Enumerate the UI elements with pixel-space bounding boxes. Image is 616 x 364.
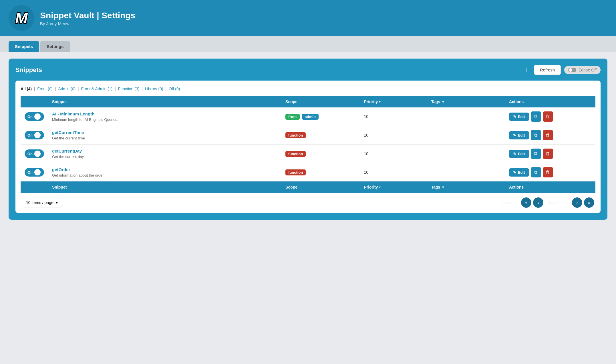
snippet-desc-1: Minimum length for AI Engine's Queries. [52, 117, 118, 122]
trash-icon-3: 🗑 [546, 151, 550, 156]
filter-library[interactable]: Library (0) [145, 87, 163, 91]
foot-col-tags: Tags ▼ [427, 181, 505, 193]
edit-button-1[interactable]: ✎ Edit [509, 113, 529, 121]
priority-cell-3: 10 [360, 145, 427, 163]
foot-col-scope: Scope [281, 181, 360, 193]
edit-button-2[interactable]: ✎ Edit [509, 131, 529, 139]
col-actions-header: Actions [505, 96, 595, 107]
tabs-bar: Snippets Settings [0, 36, 616, 52]
snippet-name-2[interactable]: getCurrentTime [52, 130, 277, 135]
badge-function-4: function [285, 169, 306, 175]
refresh-button[interactable]: Refresh [534, 65, 561, 75]
toggle-cell-4[interactable]: On [21, 163, 48, 182]
copy-icon-4: ⧉ [534, 170, 537, 175]
tab-settings[interactable]: Settings [40, 41, 70, 52]
edit-button-4[interactable]: ✎ Edit [509, 168, 529, 177]
panel: Snippets + Refresh Editor: Off All (4) |… [9, 59, 607, 220]
badge-admin-1: admin [302, 114, 319, 120]
filter-front[interactable]: Front (0) [37, 87, 53, 91]
table-foot: Snippet Scope Priority ▾ Tags ▼ Ac [21, 181, 595, 193]
toggle-knob-3 [34, 151, 41, 157]
filter-function[interactable]: Function (3) [118, 87, 140, 91]
actions-cell-3: ✎ Edit ⧉ 🗑 [505, 145, 595, 163]
foot-col-toggle [21, 181, 48, 193]
pagination: 4 results « ‹ Page 1 of 1 › » [501, 197, 594, 208]
toggle-cell-3[interactable]: On [21, 145, 48, 163]
filter-admin[interactable]: Admin (0) [58, 87, 75, 91]
priority-cell-1: 10 [360, 107, 427, 126]
app-logo: M [9, 5, 34, 31]
filter-off[interactable]: Off (0) [169, 87, 180, 91]
tags-cell-1 [427, 107, 505, 126]
scope-cell-2: function [281, 126, 360, 145]
col-snippet-header: Snippet [48, 96, 281, 107]
actions-group-3: ✎ Edit ⧉ 🗑 [509, 149, 591, 159]
tags-filter-icon[interactable]: ▼ [441, 100, 445, 104]
app-title-block: Snippet Vault | Settings By Jordy Meow [40, 10, 135, 26]
logo-icon: M [15, 11, 27, 25]
foot-col-actions: Actions [505, 181, 595, 193]
tags-cell-2 [427, 126, 505, 145]
actions-cell-4: ✎ Edit ⧉ 🗑 [505, 163, 595, 182]
next-page-button[interactable]: › [572, 197, 582, 208]
copy-button-3[interactable]: ⧉ [531, 149, 541, 159]
toggle-cell-2[interactable]: On [21, 126, 48, 145]
table-row: On getCurrentDay Get the current day fun… [21, 145, 595, 163]
snippet-name-3[interactable]: getCurrentDay [52, 149, 277, 153]
copy-icon-1: ⧉ [534, 114, 537, 119]
col-scope-header: Scope [281, 96, 360, 107]
delete-button-3[interactable]: 🗑 [543, 149, 553, 159]
toggle-3[interactable]: On [25, 149, 44, 158]
badge-function-3: function [285, 151, 306, 157]
copy-icon-3: ⧉ [534, 151, 537, 156]
priority-sort[interactable]: Priority ▾ [364, 99, 381, 104]
next-page-icon: › [576, 200, 578, 205]
pencil-icon-2: ✎ [513, 133, 516, 137]
foot-col-snippet: Snippet [48, 181, 281, 193]
delete-button-4[interactable]: 🗑 [543, 167, 553, 177]
copy-button-4[interactable]: ⧉ [531, 167, 541, 177]
last-page-icon: » [588, 200, 591, 205]
add-snippet-button[interactable]: + [523, 66, 530, 74]
toggle-4[interactable]: On [25, 168, 44, 177]
scope-cell-3: function [281, 145, 360, 163]
table-head: Snippet Scope Priority ▾ Tags ▼ Ac [21, 96, 595, 107]
filter-all[interactable]: All (4) [21, 87, 33, 91]
snippet-desc-2: Get the current time [52, 136, 85, 140]
copy-icon-2: ⧉ [534, 133, 537, 138]
scope-cell-1: front admin [281, 107, 360, 126]
edit-button-3[interactable]: ✎ Edit [509, 150, 529, 158]
col-toggle-header [21, 96, 48, 107]
foot-filter-icon[interactable]: ▼ [441, 185, 445, 189]
editor-toggle[interactable]: Editor: Off [564, 66, 601, 74]
tab-snippets[interactable]: Snippets [9, 41, 39, 52]
filter-front-admin[interactable]: Front & Admin (1) [81, 87, 113, 91]
delete-button-2[interactable]: 🗑 [543, 130, 553, 140]
delete-button-1[interactable]: 🗑 [543, 111, 553, 122]
page-info: Page 1 of 1 [547, 200, 568, 205]
scope-cell-4: function [281, 163, 360, 182]
prev-page-button[interactable]: ‹ [533, 197, 543, 208]
toggle-1[interactable]: On [25, 112, 44, 121]
items-per-page-selector[interactable]: 10 items / page ▾ [22, 198, 62, 207]
app-subtitle: By Jordy Meow [40, 21, 135, 26]
table-body: On AI - Minimum Length Minimum length fo… [21, 107, 595, 181]
toggle-cell-1[interactable]: On [21, 107, 48, 126]
snippet-name-4[interactable]: getOrder [52, 167, 277, 172]
editor-toggle-label: Editor: Off [579, 68, 597, 72]
main-content: Snippets + Refresh Editor: Off All (4) |… [0, 52, 616, 228]
snippet-desc-4: Get information about the order. [52, 173, 105, 177]
filter-bar: All (4) | Front (0) | Admin (0) | Front … [21, 86, 595, 92]
snippet-name-1[interactable]: AI - Minimum Length [52, 111, 277, 116]
last-page-button[interactable]: » [584, 197, 594, 208]
pencil-icon-3: ✎ [513, 152, 516, 156]
priority-val-1: 10 [364, 114, 368, 119]
toggle-2[interactable]: On [25, 131, 44, 139]
copy-button-2[interactable]: ⧉ [531, 130, 541, 140]
copy-button-1[interactable]: ⧉ [531, 111, 541, 122]
first-page-button[interactable]: « [521, 197, 531, 208]
first-page-icon: « [525, 200, 528, 205]
table-row: On getOrder Get information about the or… [21, 163, 595, 182]
col-priority-header[interactable]: Priority ▾ [360, 96, 427, 107]
foot-col-priority[interactable]: Priority ▾ [360, 181, 427, 193]
